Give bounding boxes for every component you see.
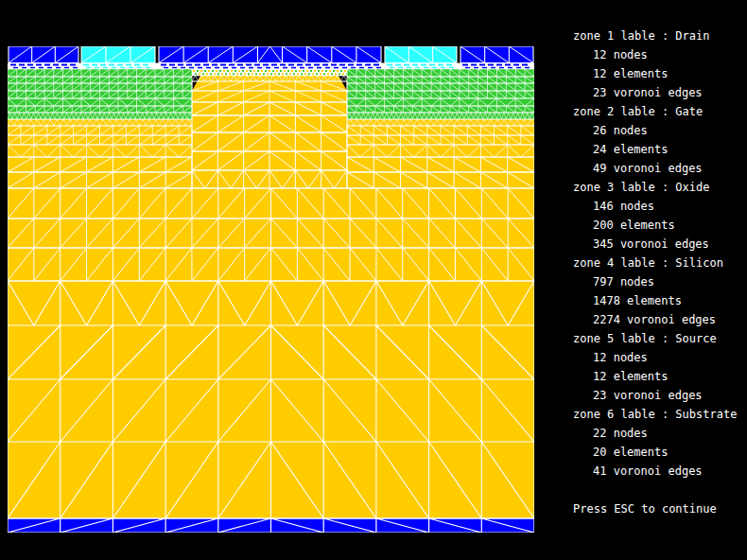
zone-stat: 345 voronoi edges <box>573 235 737 254</box>
device-mesh-visualization <box>8 46 534 533</box>
app-window: { "panel": { "zones": [ {"title": "zone … <box>0 0 747 560</box>
zone-title-2: zone 2 lable : Gate <box>573 102 737 121</box>
zone-stat: 1478 elements <box>573 291 737 310</box>
zone-stat: 146 nodes <box>573 197 737 216</box>
mesh-plot-area <box>8 46 534 533</box>
zone-list: zone 1 lable : Drain12 nodes12 elements2… <box>573 26 737 481</box>
zone-stat: 23 voronoi edges <box>573 386 737 405</box>
zone-stat: 12 elements <box>573 64 737 83</box>
zone-stat: 49 voronoi edges <box>573 159 737 178</box>
zone-stat: 24 elements <box>573 140 737 159</box>
zone-stat: 12 nodes <box>573 45 737 64</box>
zone-stat: 20 elements <box>573 443 737 462</box>
zone-title-3: zone 3 lable : Oxide <box>573 178 737 197</box>
zone-title-4: zone 4 lable : Silicon <box>573 254 737 272</box>
zone-stat: 2274 voronoi edges <box>573 310 737 329</box>
zone-stat: 200 elements <box>573 216 737 235</box>
zone-stat: 26 nodes <box>573 121 737 140</box>
zone-title-6: zone 6 lable : Substrate <box>573 405 737 424</box>
panel-spacer <box>573 481 737 499</box>
zone-title-1: zone 1 lable : Drain <box>573 26 737 45</box>
zone-stat: 23 voronoi edges <box>573 83 737 102</box>
zone-stat: 12 elements <box>573 367 737 386</box>
zone-stat: 22 nodes <box>573 424 737 443</box>
zone-stat: 12 nodes <box>573 348 737 367</box>
press-esc-hint: Press ESC to continue <box>573 499 737 518</box>
zone-stats-panel: zone 1 lable : Drain12 nodes12 elements2… <box>573 26 737 518</box>
zone-title-5: zone 5 lable : Source <box>573 329 737 348</box>
zone-stat: 797 nodes <box>573 272 737 291</box>
zone-stat: 41 voronoi edges <box>573 462 737 481</box>
